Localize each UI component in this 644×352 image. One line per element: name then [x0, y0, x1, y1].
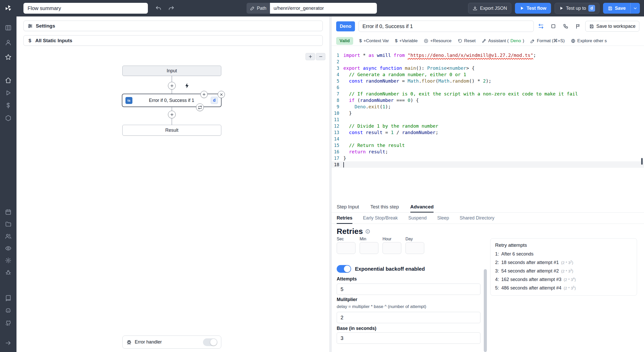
- explore-scripts-button[interactable]: Explore other s: [571, 38, 607, 43]
- tab-advanced[interactable]: Advanced: [410, 201, 434, 212]
- code-line[interactable]: 9 Deno.exit(1);: [332, 103, 644, 110]
- form-scrollbar[interactable]: [484, 269, 487, 352]
- code-line[interactable]: 5 const randomNumber = Math.floor(Math.r…: [332, 78, 644, 84]
- subtab-retries[interactable]: Retries: [337, 213, 352, 224]
- subtab-shared-directory[interactable]: Shared Directory: [460, 213, 494, 224]
- code-editor[interactable]: 1import * as wmill from "https://deno.la…: [332, 46, 644, 201]
- undo-button[interactable]: [154, 3, 163, 13]
- delete-step-button[interactable]: [218, 91, 225, 98]
- code-line[interactable]: 15 // Return the result: [332, 142, 644, 148]
- add-branch-button[interactable]: [200, 91, 208, 98]
- exponential-backoff-toggle[interactable]: [337, 265, 351, 273]
- info-icon[interactable]: [365, 229, 370, 234]
- code-line[interactable]: 8 if (randomNumber === 0) {: [332, 97, 644, 103]
- reset-button[interactable]: Reset: [458, 38, 476, 43]
- code-line[interactable]: 10 }: [332, 110, 644, 116]
- calendar-icon: [5, 209, 12, 215]
- tab-test-this-step[interactable]: Test this step: [370, 201, 399, 212]
- code-line[interactable]: 12 // Divide 1 by the random number: [332, 123, 644, 129]
- code-line[interactable]: 4 // Generate a random number, either 0 …: [332, 71, 644, 78]
- sidebar-folder-button[interactable]: [3, 219, 13, 229]
- code-line[interactable]: 7 // If randomNumber is 0, exit the scri…: [332, 91, 644, 97]
- redo-button[interactable]: [166, 3, 176, 13]
- test-up-to-button[interactable]: Test up to d: [555, 3, 599, 14]
- error-handler-toggle[interactable]: [203, 338, 217, 346]
- code-line[interactable]: 18: [332, 161, 644, 168]
- flag-button[interactable]: [574, 23, 582, 30]
- modules-icon: [5, 115, 12, 121]
- sidebar-star-button[interactable]: [3, 52, 13, 62]
- code-line[interactable]: 1import * as wmill from "https://deno.la…: [332, 52, 644, 58]
- retry-indicator-button[interactable]: [196, 103, 204, 111]
- sidebar-modules-button[interactable]: [3, 113, 13, 123]
- sidebar-home-button[interactable]: [3, 75, 13, 85]
- sidebar-dollar-button[interactable]: [3, 100, 13, 111]
- all-static-inputs-button[interactable]: $ All Static Inputs: [23, 35, 323, 46]
- code-line[interactable]: 3export async function main(): Promise<n…: [332, 65, 644, 71]
- sidebar-gear-button[interactable]: [3, 255, 13, 266]
- sidebar-github-button[interactable]: [3, 318, 13, 328]
- sidebar-play-button[interactable]: [3, 88, 13, 98]
- test-flow-button[interactable]: Test flow: [515, 3, 551, 14]
- plus-icon: [202, 92, 206, 96]
- line-number: 13: [332, 130, 343, 135]
- path-input[interactable]: [270, 3, 377, 14]
- topbar: Path Export JSON Test flow Test up to d: [0, 0, 644, 16]
- save-button-group: Save: [603, 3, 640, 14]
- sidebar-book-button[interactable]: [3, 293, 13, 303]
- subtab-early-stop[interactable]: Early Stop/Break: [363, 213, 398, 224]
- editor-toolbar: Valid $ +Context Var $ +Variable +Resour…: [332, 36, 644, 46]
- insert-step-button-top[interactable]: [168, 82, 176, 90]
- save-to-workspace-button[interactable]: Save to workspace: [585, 21, 639, 32]
- error-handler-row[interactable]: Error handler: [122, 336, 221, 349]
- zoom-out-button[interactable]: [316, 53, 325, 60]
- attempts-input[interactable]: [337, 284, 480, 295]
- call-button[interactable]: [562, 23, 569, 30]
- diff-toggle-button[interactable]: [537, 23, 545, 30]
- code-line[interactable]: 14: [332, 136, 644, 142]
- windmill-logo[interactable]: [0, 0, 16, 16]
- code-line[interactable]: 2: [332, 58, 644, 65]
- subtab-sleep[interactable]: Sleep: [437, 213, 449, 224]
- save-dropdown-button[interactable]: [630, 3, 640, 14]
- trigger-bolt-button[interactable]: [183, 82, 191, 89]
- add-context-var-button[interactable]: $ +Context Var: [359, 38, 389, 43]
- save-button[interactable]: Save: [603, 3, 630, 14]
- tab-step-input[interactable]: Step Input: [337, 201, 359, 212]
- sidebar-eye-button[interactable]: [3, 243, 13, 253]
- time-input-sec[interactable]: [337, 242, 355, 254]
- code-line[interactable]: 16 return result;: [332, 148, 644, 155]
- sidebar-expand-button[interactable]: [3, 338, 13, 348]
- flow-node-input[interactable]: Input: [122, 66, 221, 76]
- zoom-in-button[interactable]: [306, 53, 315, 60]
- flow-node-result[interactable]: Result: [122, 125, 221, 136]
- flow-settings-button[interactable]: Settings: [23, 21, 323, 31]
- insert-step-button-bottom[interactable]: [168, 111, 176, 118]
- add-variable-button[interactable]: $ +Variable: [395, 38, 418, 43]
- sidebar-users-button[interactable]: [3, 231, 13, 241]
- time-input-min[interactable]: [360, 242, 378, 254]
- code-line[interactable]: 6: [332, 84, 644, 91]
- sidebar-discord-button[interactable]: [3, 305, 13, 316]
- time-input-day[interactable]: [405, 242, 424, 254]
- panel-resize-divider[interactable]: [329, 16, 332, 352]
- code-line[interactable]: 11: [332, 116, 644, 123]
- base-input[interactable]: [337, 332, 480, 344]
- step-name-input[interactable]: [359, 21, 534, 32]
- subtab-suspend[interactable]: Suspend: [408, 213, 427, 224]
- time-input-hour[interactable]: [383, 242, 401, 254]
- format-button[interactable]: Format (⌘+S): [530, 38, 565, 43]
- code-line[interactable]: 17}: [332, 155, 644, 161]
- editor-scrollbar-thumb[interactable]: [641, 158, 643, 165]
- sidebar-worker-button[interactable]: [3, 267, 13, 278]
- multiplier-input[interactable]: [337, 312, 480, 323]
- code-line[interactable]: 13 const result = 1 / randomNumber;: [332, 129, 644, 136]
- add-resource-button[interactable]: +Resource: [424, 38, 452, 43]
- sidebar-columns-button[interactable]: [3, 23, 13, 33]
- assistant-button[interactable]: Assistant (Deno): [482, 38, 524, 43]
- sidebar-user-button[interactable]: [3, 37, 13, 48]
- flow-summary-input[interactable]: [23, 3, 148, 14]
- expand-editor-button[interactable]: [550, 23, 557, 30]
- export-json-button[interactable]: Export JSON: [468, 3, 511, 14]
- sidebar-calendar-button[interactable]: [3, 207, 13, 217]
